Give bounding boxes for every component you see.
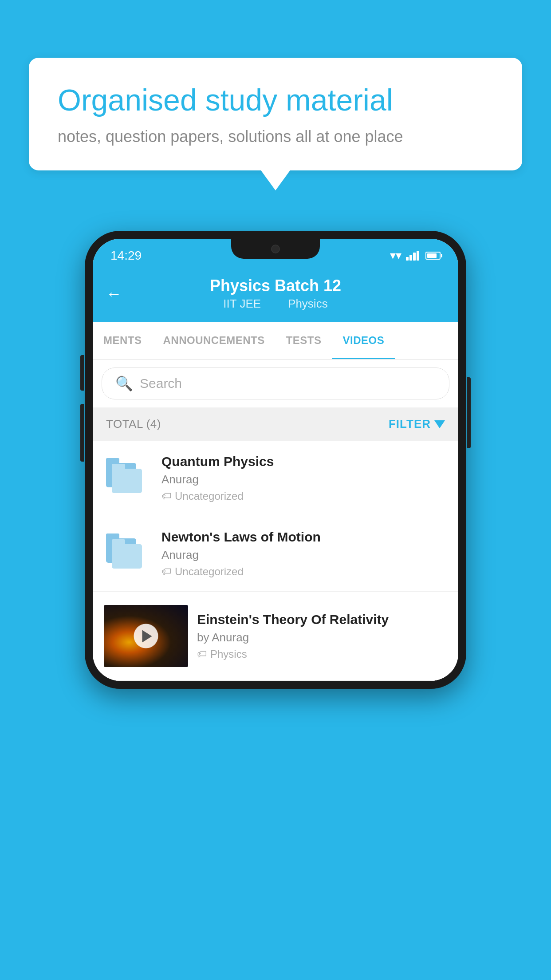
folder-icon — [104, 536, 148, 572]
tag-text: Uncategorized — [175, 565, 244, 578]
phone-screen: 14:29 ▾▾ ← Phy — [93, 239, 458, 681]
wifi-icon: ▾▾ — [390, 249, 401, 262]
phone-outer: 14:29 ▾▾ ← Phy — [85, 231, 466, 689]
filter-bar: TOTAL (4) FILTER — [93, 407, 458, 441]
video-list: Quantum Physics Anurag 🏷 Uncategorized — [93, 441, 458, 681]
video-title: Newton's Laws of Motion — [161, 530, 447, 545]
phone-wrapper: 14:29 ▾▾ ← Phy — [85, 231, 466, 689]
battery-icon — [425, 252, 441, 260]
video-title: Einstein's Theory Of Relativity — [197, 612, 447, 627]
video-info: Einstein's Theory Of Relativity by Anura… — [197, 612, 447, 660]
header-subtitle-iit: IIT JEE — [223, 297, 261, 310]
list-item[interactable]: Einstein's Theory Of Relativity by Anura… — [93, 592, 458, 681]
status-time: 14:29 — [110, 249, 142, 263]
video-tag: 🏷 Uncategorized — [161, 490, 447, 502]
phone-notch — [231, 239, 320, 259]
bubble-title: Organised study material — [58, 82, 493, 119]
video-title: Quantum Physics — [161, 454, 447, 469]
tag-icon: 🏷 — [197, 648, 207, 660]
speech-bubble-container: Organised study material notes, question… — [29, 58, 522, 170]
search-container: 🔍 Search — [93, 360, 458, 407]
status-icons: ▾▾ — [390, 249, 441, 262]
header-subtitle: IIT JEE Physics — [210, 297, 341, 311]
header-subtitle-sep — [271, 297, 277, 310]
search-icon: 🔍 — [115, 375, 133, 392]
filter-label: FILTER — [389, 417, 431, 431]
tag-text: Physics — [210, 648, 247, 660]
phone-button-left — [80, 355, 84, 391]
header-title: Physics Batch 12 IIT JEE Physics — [210, 277, 341, 311]
header-main-title: Physics Batch 12 — [210, 277, 341, 295]
tab-ments[interactable]: MENTS — [93, 322, 153, 359]
tab-videos[interactable]: VIDEOS — [332, 322, 395, 359]
header-subtitle-physics: Physics — [288, 297, 328, 310]
total-count: TOTAL (4) — [106, 417, 161, 431]
list-item[interactable]: Newton's Laws of Motion Anurag 🏷 Uncateg… — [93, 516, 458, 592]
tab-tests[interactable]: TESTS — [276, 322, 332, 359]
phone-button-left2 — [80, 404, 84, 462]
play-button[interactable] — [134, 624, 158, 648]
back-button[interactable]: ← — [106, 285, 122, 303]
video-author: Anurag — [161, 548, 447, 562]
video-tag: 🏷 Uncategorized — [161, 565, 447, 578]
bubble-subtitle: notes, question papers, solutions all at… — [58, 127, 493, 146]
tabs-container: MENTS ANNOUNCEMENTS TESTS VIDEOS — [93, 322, 458, 360]
signal-icon — [406, 251, 419, 261]
tag-icon: 🏷 — [161, 566, 171, 577]
folder-icon — [104, 461, 148, 496]
video-info: Quantum Physics Anurag 🏷 Uncategorized — [161, 454, 447, 502]
search-bar[interactable]: 🔍 Search — [102, 368, 449, 399]
app-header: ← Physics Batch 12 IIT JEE Physics — [93, 268, 458, 322]
video-author: Anurag — [161, 473, 447, 486]
tag-icon: 🏷 — [161, 490, 171, 502]
folder-front — [112, 544, 142, 569]
filter-button[interactable]: FILTER — [389, 417, 445, 431]
folder-front — [112, 469, 142, 493]
tab-announcements[interactable]: ANNOUNCEMENTS — [153, 322, 276, 359]
tag-text: Uncategorized — [175, 490, 244, 502]
camera-notch — [271, 245, 280, 253]
speech-bubble: Organised study material notes, question… — [29, 58, 522, 170]
play-icon — [142, 630, 152, 642]
video-tag: 🏷 Physics — [197, 648, 447, 660]
list-item[interactable]: Quantum Physics Anurag 🏷 Uncategorized — [93, 441, 458, 516]
video-info: Newton's Laws of Motion Anurag 🏷 Uncateg… — [161, 530, 447, 578]
phone-button-right — [467, 377, 471, 448]
search-placeholder: Search — [140, 376, 182, 391]
video-thumbnail — [104, 605, 188, 667]
filter-icon — [434, 420, 445, 428]
video-author: by Anurag — [197, 631, 447, 644]
